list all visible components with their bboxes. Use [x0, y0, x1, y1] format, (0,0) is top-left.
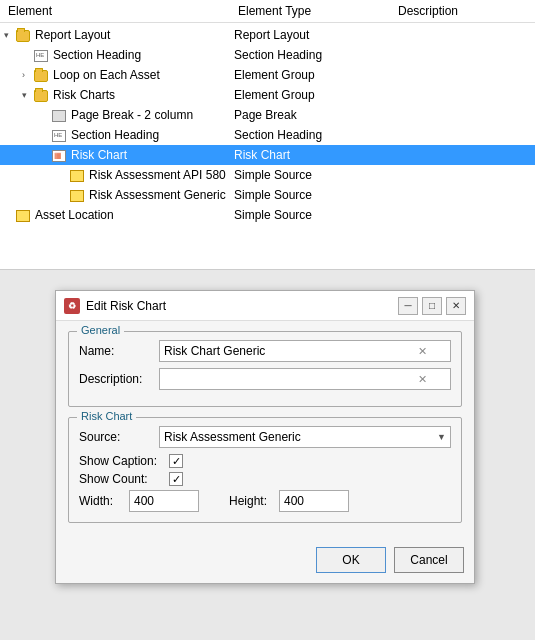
col-description: Description [398, 4, 527, 18]
col-element: Element [8, 4, 238, 18]
tree-cell-type: Simple Source [234, 168, 394, 182]
source-select[interactable]: Risk Assessment Generic ▼ [159, 426, 451, 448]
tree-cell-type: Risk Chart [234, 148, 394, 162]
pagebreak-icon [52, 110, 66, 122]
height-value: 400 [284, 494, 304, 508]
folder-icon [34, 90, 48, 102]
tree-cell-type: Simple Source [234, 188, 394, 202]
minimize-button[interactable]: ─ [398, 297, 418, 315]
section-icon [52, 130, 66, 142]
tree-row[interactable]: Page Break - 2 columnPage Break [0, 105, 535, 125]
edit-risk-chart-dialog: ♻ Edit Risk Chart ─ □ ✕ General Name: Ri… [55, 290, 475, 584]
expand-arrow-icon[interactable]: ▾ [4, 30, 16, 40]
risk-chart-group-label: Risk Chart [77, 410, 136, 422]
chart-icon [52, 150, 66, 162]
source-dropdown-icon: ▼ [437, 432, 446, 442]
tree-row[interactable]: Asset LocationSimple Source [0, 205, 535, 225]
tree-row[interactable]: Risk Assessment API 580Simple Source [0, 165, 535, 185]
expand-arrow-icon[interactable]: ▾ [22, 90, 34, 100]
tree-cell-element: Section Heading [4, 128, 234, 142]
tree-item-label: Risk Chart [71, 148, 127, 162]
ok-button[interactable]: OK [316, 547, 386, 573]
size-row: Width: 400 Height: 400 [79, 490, 451, 512]
tree-cell-element: Asset Location [4, 208, 234, 222]
tree-item-label: Section Heading [71, 128, 159, 142]
tree-row[interactable]: Risk Assessment GenericSimple Source [0, 185, 535, 205]
dialog-controls: ─ □ ✕ [398, 297, 466, 315]
source-label: Source: [79, 430, 159, 444]
tree-cell-element: Page Break - 2 column [4, 108, 234, 122]
tree-cell-type: Page Break [234, 108, 394, 122]
tree-cell-type: Section Heading [234, 48, 394, 62]
tree-cell-element: Risk Assessment Generic [4, 188, 234, 202]
source-value: Risk Assessment Generic [164, 430, 301, 444]
tree-row[interactable]: ▾Risk ChartsElement Group [0, 85, 535, 105]
show-caption-label: Show Caption: [79, 454, 169, 468]
dialog-body: General Name: Risk Chart Generic ✕ Descr… [56, 321, 474, 541]
tree-row[interactable]: Section HeadingSection Heading [0, 125, 535, 145]
tree-cell-element: Risk Chart [4, 148, 234, 162]
name-value: Risk Chart Generic [164, 344, 414, 358]
tree-header: Element Element Type Description [0, 0, 535, 23]
name-label: Name: [79, 344, 159, 358]
tree-cell-element: ▾Risk Charts [4, 88, 234, 102]
description-input[interactable]: ✕ [159, 368, 451, 390]
tree-row[interactable]: ▾Report LayoutReport Layout [0, 25, 535, 45]
width-label: Width: [79, 494, 129, 508]
section-icon [34, 50, 48, 62]
tree-item-label: Risk Charts [53, 88, 115, 102]
dialog-titlebar: ♻ Edit Risk Chart ─ □ ✕ [56, 291, 474, 321]
tree-body: ▾Report LayoutReport Layout Section Head… [0, 23, 535, 227]
description-row: Description: ✕ [79, 368, 451, 390]
simplesource-icon [70, 170, 84, 182]
tree-cell-type: Simple Source [234, 208, 394, 222]
close-button[interactable]: ✕ [446, 297, 466, 315]
show-caption-row: Show Caption: [79, 454, 451, 468]
source-row: Source: Risk Assessment Generic ▼ [79, 426, 451, 448]
dialog-title-icon: ♻ [64, 298, 80, 314]
tree-cell-type: Section Heading [234, 128, 394, 142]
dialog-area: ♻ Edit Risk Chart ─ □ ✕ General Name: Ri… [0, 270, 535, 640]
dialog-title: ♻ Edit Risk Chart [64, 298, 166, 314]
general-group: General Name: Risk Chart Generic ✕ Descr… [68, 331, 462, 407]
tree-item-label: Asset Location [35, 208, 114, 222]
tree-panel: Element Element Type Description ▾Report… [0, 0, 535, 270]
simplesource-icon [70, 190, 84, 202]
tree-cell-element: Section Heading [4, 48, 234, 62]
tree-item-label: Risk Assessment API 580 [89, 168, 226, 182]
tree-cell-type: Element Group [234, 68, 394, 82]
height-label: Height: [229, 494, 279, 508]
tree-cell-type: Element Group [234, 88, 394, 102]
description-clear-icon[interactable]: ✕ [414, 371, 430, 387]
tree-cell-element: ›Loop on Each Asset [4, 68, 234, 82]
width-input[interactable]: 400 [129, 490, 199, 512]
folder-icon [34, 70, 48, 82]
tree-row[interactable]: ›Loop on Each AssetElement Group [0, 65, 535, 85]
width-value: 400 [134, 494, 154, 508]
tree-cell-element: ▾Report Layout [4, 28, 234, 42]
risk-chart-group: Risk Chart Source: Risk Assessment Gener… [68, 417, 462, 523]
show-count-checkbox[interactable] [169, 472, 183, 486]
name-input[interactable]: Risk Chart Generic ✕ [159, 340, 451, 362]
folder-icon [16, 30, 30, 42]
show-count-label: Show Count: [79, 472, 169, 486]
name-row: Name: Risk Chart Generic ✕ [79, 340, 451, 362]
col-element-type: Element Type [238, 4, 398, 18]
general-group-label: General [77, 324, 124, 336]
expand-arrow-icon[interactable]: › [22, 70, 34, 80]
cancel-button[interactable]: Cancel [394, 547, 464, 573]
simplesource-icon [16, 210, 30, 222]
tree-cell-type: Report Layout [234, 28, 394, 42]
tree-item-label: Loop on Each Asset [53, 68, 160, 82]
maximize-button[interactable]: □ [422, 297, 442, 315]
tree-item-label: Report Layout [35, 28, 110, 42]
tree-row[interactable]: Risk ChartRisk Chart [0, 145, 535, 165]
show-caption-checkbox[interactable] [169, 454, 183, 468]
tree-item-label: Risk Assessment Generic [89, 188, 226, 202]
tree-row[interactable]: Section HeadingSection Heading [0, 45, 535, 65]
tree-item-label: Section Heading [53, 48, 141, 62]
tree-cell-element: Risk Assessment API 580 [4, 168, 234, 182]
height-input[interactable]: 400 [279, 490, 349, 512]
dialog-title-text: Edit Risk Chart [86, 299, 166, 313]
name-clear-icon[interactable]: ✕ [414, 343, 430, 359]
